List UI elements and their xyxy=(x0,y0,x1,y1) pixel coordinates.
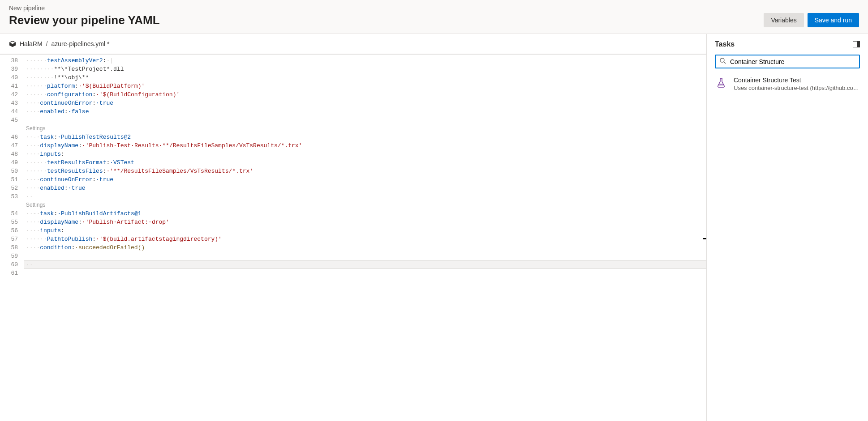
code-content[interactable]: ······testAssemblyVer2:·| ········**\*Te… xyxy=(24,55,706,421)
breadcrumb-separator: / xyxy=(46,40,48,47)
tasks-search-input[interactable] xyxy=(730,58,855,65)
task-result-item[interactable]: Container Structure Test Uses container-… xyxy=(715,75,860,93)
variables-button[interactable]: Variables xyxy=(764,13,804,27)
save-and-run-button[interactable]: Save and run xyxy=(808,13,859,27)
tasks-title: Tasks xyxy=(715,40,735,48)
repo-icon xyxy=(9,40,16,47)
codelens-settings[interactable]: Settings xyxy=(24,201,706,209)
editor-pane: HalaRM / azure-pipelines.yml * 38 39 40 … xyxy=(0,34,707,421)
tasks-pane: Tasks Container Structure Test Uses cont… xyxy=(707,34,868,421)
tasks-search-box[interactable] xyxy=(715,55,860,68)
svg-point-2 xyxy=(720,58,724,62)
yaml-editor[interactable]: 38 39 40 41 42 43 44 45 46 47 48 49 50 5… xyxy=(0,54,706,421)
breadcrumb-file: azure-pipelines.yml * xyxy=(51,40,109,47)
codelens-settings[interactable]: Settings xyxy=(24,124,706,133)
svg-line-3 xyxy=(724,62,726,64)
page-title: Review your pipeline YAML xyxy=(9,13,160,27)
page-header: New pipeline Review your pipeline YAML V… xyxy=(0,0,868,34)
line-gutter: 38 39 40 41 42 43 44 45 46 47 48 49 50 5… xyxy=(0,55,24,421)
svg-rect-1 xyxy=(857,41,860,47)
breadcrumb-repo[interactable]: HalaRM xyxy=(20,40,43,47)
page-subtitle: New pipeline xyxy=(9,4,160,12)
breadcrumb: HalaRM / azure-pipelines.yml * xyxy=(0,34,706,54)
collapse-panel-icon[interactable] xyxy=(853,41,860,47)
header-actions: Variables Save and run xyxy=(764,13,859,27)
resize-handle[interactable] xyxy=(703,238,706,239)
task-result-name: Container Structure Test xyxy=(734,77,860,84)
task-result-desc: Uses container-structure-test (https://g… xyxy=(734,85,860,91)
flask-icon xyxy=(715,77,727,90)
search-icon xyxy=(719,57,726,66)
